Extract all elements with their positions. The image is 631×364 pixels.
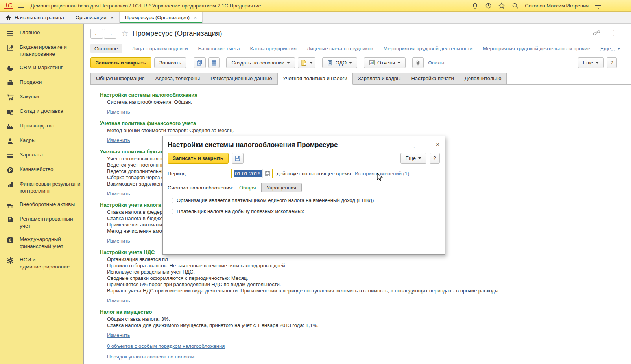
history-icon[interactable] — [485, 2, 492, 9]
sidebar-item-production[interactable]: Производство — [0, 119, 83, 134]
save-close-button[interactable]: Записать и закрыть — [90, 57, 151, 68]
change-link[interactable]: Изменить — [107, 238, 130, 244]
period-input[interactable]: 01.01.2016 — [231, 169, 273, 178]
sidebar-item-regulated[interactable]: Регламентированный учет — [0, 212, 83, 233]
nav-link-labor-events-other[interactable]: Мероприятия трудовой деятельности прочие — [483, 46, 590, 51]
advance-payments-order-link[interactable]: Порядок уплаты авансов по налогам — [107, 354, 194, 360]
section-line: Метод оценки стоимости товаров: Средняя … — [107, 127, 631, 134]
main-menu-icon[interactable] — [17, 3, 24, 9]
tax-option-simplified[interactable]: Упрощенная — [262, 183, 302, 192]
notifications-bell-icon[interactable] — [471, 2, 478, 9]
minimize-button[interactable]: — — [608, 3, 614, 9]
nav-link-cash-desks[interactable]: Кассы предприятия — [250, 46, 296, 51]
envd-checkbox[interactable] — [168, 198, 173, 203]
close-tab-icon[interactable]: × — [110, 15, 113, 21]
calendar-icon[interactable] — [262, 169, 272, 178]
forward-button[interactable]: → — [104, 29, 116, 39]
pie-chart-icon — [6, 64, 14, 72]
change-link[interactable]: Изменить — [107, 137, 130, 143]
register-records-button[interactable] — [208, 57, 220, 68]
page-header: ← → ☆ Промресурс (Организация) — [90, 28, 631, 39]
service-menu-icon[interactable] — [595, 2, 602, 9]
cart-icon — [6, 94, 14, 101]
create-based-on-button[interactable]: Создать на основании — [226, 57, 295, 68]
mineral-tax-checkbox-label: Плательщик налога на добычу полезных иск… — [177, 208, 304, 214]
nav-link-signers[interactable]: Лица с правом подписи — [132, 46, 188, 51]
dialog-menu-icon[interactable]: ⋮ — [411, 142, 417, 149]
change-link[interactable]: Изменить — [107, 109, 130, 115]
period-note: действует по настоящее время. — [277, 171, 352, 176]
sidebar-item-treasury[interactable]: Казначейство — [0, 163, 83, 177]
form-tab-payroll[interactable]: Зарплата и кадры — [353, 73, 406, 84]
factory-icon — [6, 123, 14, 131]
sidebar-item-hr[interactable]: Кадры — [0, 134, 83, 148]
sidebar-item-ifrs[interactable]: Международный финансовый учет — [0, 233, 83, 253]
sidebar-item-warehouse[interactable]: Склад и доставка — [0, 105, 83, 119]
sidebar-item-budgeting[interactable]: Бюджетирование и планирование — [0, 40, 83, 61]
related-links-bar: Основное Лица с правом подписи Банковски… — [90, 43, 631, 53]
change-link[interactable]: Изменить — [107, 298, 130, 303]
sidebar-item-sales[interactable]: Продажи — [0, 75, 83, 90]
payment-card-icon — [6, 152, 14, 160]
document-journal-button[interactable] — [298, 57, 316, 68]
dialog-save-icon-button[interactable] — [232, 153, 244, 164]
form-tab-general[interactable]: Общая информация — [90, 73, 150, 84]
dialog-help-button[interactable]: ? — [430, 153, 440, 164]
tab-organizations[interactable]: Организации × — [70, 12, 120, 23]
truck-icon — [6, 201, 14, 209]
change-link[interactable]: Изменить — [107, 191, 130, 197]
sidebar-item-assets[interactable]: Внеоборотные активы — [0, 198, 83, 212]
sidebar-item-crm[interactable]: CRM и маркетинг — [0, 61, 83, 75]
save-button[interactable]: Записать — [154, 57, 186, 68]
favorite-star-icon[interactable]: ☆ — [121, 29, 129, 38]
search-icon[interactable] — [511, 2, 518, 9]
sidebar-item-salary[interactable]: Зарплата — [0, 148, 83, 163]
sidebar-item-main[interactable]: Главное — [0, 26, 83, 40]
copy-button[interactable] — [194, 57, 206, 68]
nav-link-main[interactable]: Основное — [90, 44, 122, 53]
form-tabs: Общая информация Адреса, телефоны Регист… — [90, 73, 631, 85]
dialog-maximize-button[interactable] — [424, 142, 428, 148]
form-tab-print[interactable]: Настройка печати — [406, 73, 459, 84]
tax-system-toggle: Общая Упрощенная — [234, 183, 302, 192]
files-link[interactable]: Файлы — [428, 60, 444, 66]
get-link-icon[interactable] — [593, 30, 600, 36]
form-tab-additional[interactable]: Дополнительно — [459, 73, 507, 84]
sidebar-item-purchases[interactable]: Закупки — [0, 90, 83, 105]
tab-promresurs[interactable]: Промресурс (Организация) × — [120, 12, 203, 23]
dialog-more-button[interactable]: Еще — [400, 153, 426, 164]
form-tab-accounting-policy[interactable]: Учетная политика и налоги — [278, 73, 353, 85]
nav-link-personal-accounts[interactable]: Лицевые счета сотрудников — [307, 46, 373, 51]
help-button[interactable]: ? — [607, 57, 617, 68]
dialog-close-button[interactable]: × — [435, 141, 440, 149]
change-link[interactable]: Изменить — [107, 332, 130, 338]
more-menu-icon[interactable]: ⋮ — [611, 29, 617, 37]
more-button[interactable]: Еще — [578, 57, 604, 68]
sidebar-item-nsi-admin[interactable]: НСИ и администрирование — [0, 253, 83, 274]
dialog-save-close-button[interactable]: Записать и закрыть — [168, 153, 229, 164]
nav-link-bank-accounts[interactable]: Банковские счета — [198, 46, 240, 51]
section-line: Общая ставка налога: 3%. — [107, 316, 631, 322]
budget-chart-icon — [6, 44, 14, 52]
caret-down-icon — [617, 48, 620, 50]
edo-button[interactable]: ЭДО — [322, 57, 357, 68]
special-taxation-objects-link[interactable]: 0 объектов с особым порядком налогооблож… — [107, 343, 225, 349]
close-tab-icon[interactable]: × — [194, 15, 197, 21]
sidebar-item-finresult[interactable]: Финансовый результат и контроллинг — [0, 177, 83, 198]
tab-home[interactable]: Начальная страница — [0, 12, 70, 23]
form-tab-addresses[interactable]: Адреса, телефоны — [150, 73, 206, 84]
nav-more-link[interactable]: Еще... — [600, 46, 620, 51]
tax-option-general[interactable]: Общая — [234, 183, 262, 192]
reports-button[interactable]: Отчеты — [364, 57, 406, 68]
caret-down-icon — [287, 62, 290, 64]
mineral-tax-checkbox[interactable] — [168, 209, 173, 214]
back-button[interactable]: ← — [90, 29, 103, 39]
attachments-button[interactable] — [412, 57, 424, 68]
caret-down-icon — [310, 62, 313, 64]
nav-link-labor-events[interactable]: Мероприятия трудовой деятельности — [384, 46, 473, 51]
favorites-star-icon[interactable] — [498, 2, 505, 9]
form-tab-registration[interactable]: Регистрационные данные — [205, 73, 277, 84]
mouse-cursor — [377, 173, 383, 182]
maximize-button[interactable] — [621, 3, 627, 9]
current-user[interactable]: Соколов Максим Игоревич — [525, 3, 589, 9]
